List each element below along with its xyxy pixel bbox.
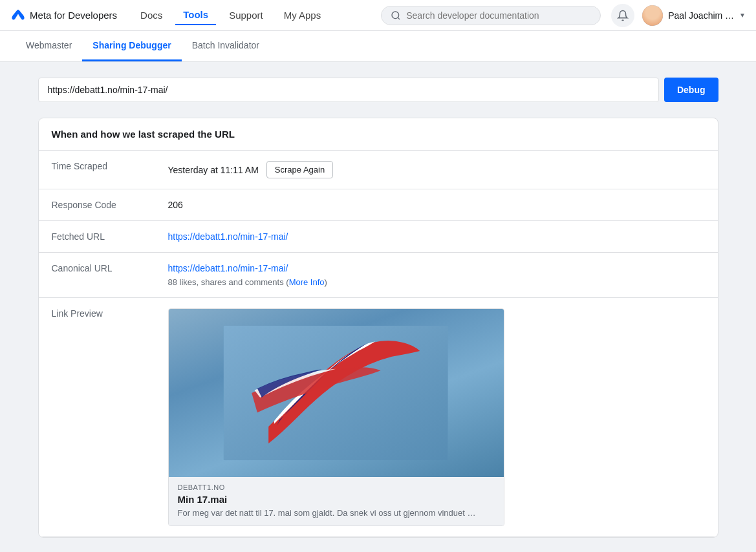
social-count-before: 88 likes, shares and comments ( [168,277,289,287]
fetched-url-row: Fetched URL https://debatt1.no/min-17-ma… [39,221,718,253]
preview-image [169,309,504,477]
main-nav: Docs Tools Support My Apps [133,5,329,25]
more-info-link[interactable]: More Info [289,277,325,287]
response-code-value: 206 [155,189,718,220]
response-code-row: Response Code 206 [39,189,718,221]
fetched-url-link[interactable]: https://debatt1.no/min-17-mai/ [168,231,288,242]
header-right: Paal Joachim … ▼ [611,4,746,27]
search-icon [391,10,401,21]
bell-icon [617,10,629,21]
user-name-label: Paal Joachim … [668,10,734,21]
meta-logo-icon [10,8,26,23]
user-menu[interactable]: Paal Joachim … ▼ [642,5,746,26]
search-input[interactable] [406,10,591,21]
canonical-url-row: Canonical URL https://debatt1.no/min-17-… [39,253,718,298]
canonical-url-link[interactable]: https://debatt1.no/min-17-mai/ [168,263,705,273]
main-content: Debug When and how we last scraped the U… [23,62,734,552]
url-input[interactable] [38,78,659,102]
avatar [642,5,663,26]
preview-description: For meg var det natt til 17. mai som gja… [178,507,495,519]
tab-webmaster[interactable]: Webmaster [16,31,82,61]
response-code-text: 206 [168,200,183,210]
scrape-again-button[interactable]: Scrape Again [266,161,333,178]
header: Meta for Developers Docs Tools Support M… [0,0,756,31]
notification-bell[interactable] [611,4,634,27]
canonical-url-label: Canonical URL [39,253,155,284]
logo-text: Meta for Developers [30,10,117,21]
nav-docs[interactable]: Docs [133,6,170,25]
link-preview-content: DEBATT1.NO Min 17.mai For meg var det na… [155,298,718,536]
tab-sharing-debugger[interactable]: Sharing Debugger [82,31,181,61]
preview-image-inner [169,309,504,477]
sub-nav: Webmaster Sharing Debugger Batch Invalid… [0,31,756,62]
link-preview-label: Link Preview [39,298,155,329]
time-scraped-label: Time Scraped [39,151,155,182]
time-scraped-text: Yesterday at 11:11 AM [168,165,259,175]
time-scraped-row: Time Scraped Yesterday at 11:11 AM Scrap… [39,151,718,189]
logo-link[interactable]: Meta for Developers [10,8,117,23]
search-bar[interactable] [381,6,601,25]
debug-button[interactable]: Debug [664,78,718,102]
time-scraped-value: Yesterday at 11:11 AM Scrape Again [155,151,718,189]
chevron-down-icon: ▼ [739,12,746,19]
fetched-url-label: Fetched URL [39,221,155,252]
preview-card: DEBATT1.NO Min 17.mai For meg var det na… [168,308,504,526]
nav-my-apps[interactable]: My Apps [276,6,329,25]
fetched-url-value: https://debatt1.no/min-17-mai/ [155,221,718,252]
social-count-after: ) [325,277,327,287]
ribbon-svg [202,326,470,460]
tab-batch-invalidator[interactable]: Batch Invalidator [182,31,270,61]
result-card: When and how we last scraped the URL Tim… [38,118,718,538]
nav-tools[interactable]: Tools [175,5,216,25]
response-code-label: Response Code [39,189,155,220]
link-preview-row: Link Preview [39,298,718,537]
canonical-url-block: https://debatt1.no/min-17-mai/ 88 likes,… [155,253,718,297]
social-count-text: 88 likes, shares and comments (More Info… [168,277,705,287]
nav-support[interactable]: Support [221,6,271,25]
preview-info: DEBATT1.NO Min 17.mai For meg var det na… [169,477,504,525]
preview-domain: DEBATT1.NO [178,483,495,491]
svg-point-0 [392,12,399,19]
preview-title: Min 17.mai [178,494,495,505]
result-card-header: When and how we last scraped the URL [39,118,718,151]
url-row: Debug [38,78,718,102]
